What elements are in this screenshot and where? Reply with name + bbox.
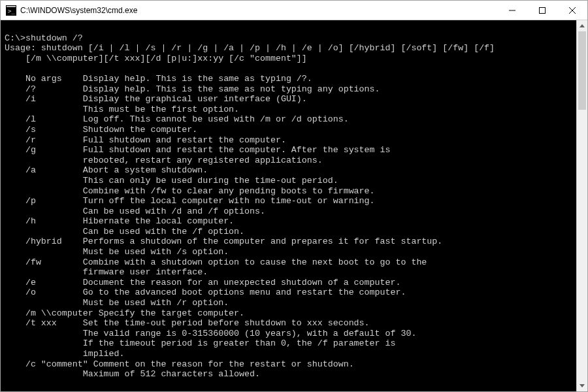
console-option-line: /hybrid Performs a shutdown of the compu… xyxy=(5,237,572,247)
console-option-line: /a Abort a system shutdown. xyxy=(5,165,572,176)
scrollbar-track[interactable] xyxy=(577,31,587,380)
console-option-line: /e Document the reason for an unexpected… xyxy=(5,278,572,288)
console-option-line: /o Go to the advanced boot options menu … xyxy=(5,287,572,298)
vertical-scrollbar[interactable] xyxy=(576,20,587,391)
console-option-line: /l Log off. This cannot be used with /m … xyxy=(5,114,572,125)
console-option-line: /c "comment" Comment on the reason for t… xyxy=(5,359,572,370)
console-option-line: /s Shutdown the computer. xyxy=(5,125,572,135)
console-option-line: Must be used with /s option. xyxy=(5,247,572,257)
console-prompt-line: C:\>shutdown /? xyxy=(5,33,572,44)
console-blank-line xyxy=(5,63,572,74)
console-option-line: implied. xyxy=(5,349,572,359)
svg-rect-4 xyxy=(540,7,546,13)
close-button[interactable] xyxy=(557,1,587,20)
console-usage-line: [/m \\computer][/t xxx][/d [p|u:]xx:yy [… xyxy=(5,54,572,64)
console-option-line: /m \\computer Specify the target compute… xyxy=(5,308,572,319)
svg-marker-8 xyxy=(580,384,585,387)
console-option-line: The valid range is 0-315360000 (10 years… xyxy=(5,329,572,339)
cmd-window: >_ C:\WINDOWS\system32\cmd.exe C:\>shutd… xyxy=(0,0,588,392)
maximize-button[interactable] xyxy=(527,1,557,20)
console-area: C:\>shutdown /?Usage: shutdown [/i | /l … xyxy=(1,20,587,391)
svg-rect-1 xyxy=(7,6,16,7)
console-option-line: Must be used with /r option. xyxy=(5,298,572,308)
console-option-line: firmware user interface. xyxy=(5,267,572,278)
svg-text:>_: >_ xyxy=(8,8,15,14)
console-option-line: This must be the first option. xyxy=(5,105,572,115)
minimize-button[interactable] xyxy=(497,1,527,20)
console-option-line: /r Full shutdown and restart the compute… xyxy=(5,135,572,146)
console-output[interactable]: C:\>shutdown /?Usage: shutdown [/i | /l … xyxy=(1,20,576,391)
console-option-line: Can be used with /d and /f options. xyxy=(5,206,572,217)
cmd-icon: >_ xyxy=(6,5,16,16)
console-option-line: /h Hibernate the local computer. xyxy=(5,216,572,227)
svg-marker-7 xyxy=(580,24,585,27)
console-option-line: rebooted, restart any registered applica… xyxy=(5,155,572,166)
console-option-line: /? Display help. This is the same as not… xyxy=(5,84,572,95)
console-usage-line: Usage: shutdown [/i | /l | /s | /r | /g … xyxy=(5,43,572,54)
console-option-line: Combine with /fw to clear any pending bo… xyxy=(5,186,572,197)
console-option-line: No args Display help. This is the same a… xyxy=(5,74,572,84)
console-option-line: /t xxx Set the time-out period before sh… xyxy=(5,318,572,329)
console-option-line: Can be used with the /f option. xyxy=(5,227,572,237)
console-option-line: /i Display the graphical user interface … xyxy=(5,94,572,105)
console-option-line: Maximum of 512 characters allowed. xyxy=(5,369,572,380)
scrollbar-thumb[interactable] xyxy=(578,31,586,110)
console-blank-line xyxy=(5,23,572,33)
titlebar[interactable]: >_ C:\WINDOWS\system32\cmd.exe xyxy=(1,1,587,20)
console-option-line: /p Turn off the local computer with no t… xyxy=(5,196,572,206)
window-controls xyxy=(497,1,587,20)
scroll-up-arrow[interactable] xyxy=(577,20,587,31)
console-option-line: /g Full shutdown and restart the compute… xyxy=(5,145,572,155)
console-option-line: This can only be used during the time-ou… xyxy=(5,176,572,186)
scroll-down-arrow[interactable] xyxy=(577,380,587,391)
console-option-line: /fw Combine with a shutdown option to ca… xyxy=(5,257,572,268)
console-option-line: If the timeout period is greater than 0,… xyxy=(5,338,572,349)
window-title: C:\WINDOWS\system32\cmd.exe xyxy=(20,6,497,15)
